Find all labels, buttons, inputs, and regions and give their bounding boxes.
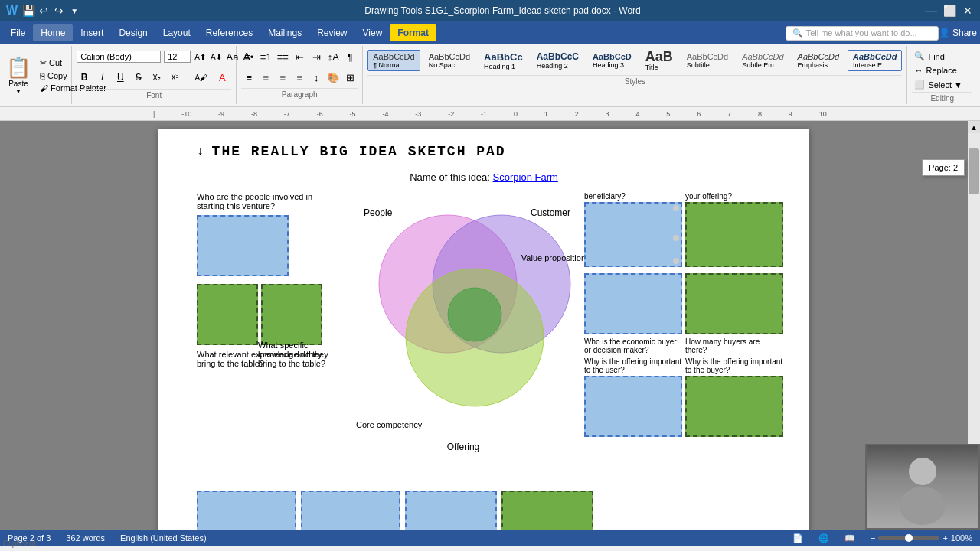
scroll-thumb[interactable] bbox=[969, 148, 979, 194]
text-highlight-btn[interactable]: A🖌 bbox=[192, 68, 211, 86]
zoom-out-btn[interactable]: − bbox=[871, 533, 875, 543]
menu-home[interactable]: Home bbox=[33, 24, 73, 41]
style-normal-btn[interactable]: AaBbCcDd ¶ Normal bbox=[368, 50, 420, 71]
justify-btn[interactable]: ≡ bbox=[292, 68, 307, 86]
right-q4-label: How many buyers are there? bbox=[685, 337, 783, 354]
zoom-handle[interactable] bbox=[905, 534, 913, 542]
right-q2-area: your offering? bbox=[685, 192, 783, 267]
borders-btn[interactable]: ⊞ bbox=[342, 68, 358, 86]
maximize-btn[interactable]: ⬜ bbox=[943, 5, 956, 17]
bottom-section: Do you have any core differentiating com… bbox=[197, 491, 771, 530]
font-size-input[interactable] bbox=[164, 51, 191, 63]
bottom-col-1: Do you have any core differentiating com… bbox=[197, 491, 296, 530]
style-title-btn[interactable]: AaB Title bbox=[640, 47, 678, 73]
paste-arrow[interactable]: ▼ bbox=[6, 88, 31, 95]
text-effects-btn[interactable]: A bbox=[242, 47, 250, 66]
menu-insert[interactable]: Insert bbox=[73, 24, 111, 41]
clear-format-btn[interactable]: Aa bbox=[226, 47, 240, 66]
replace-btn[interactable]: ↔ Replace bbox=[912, 65, 959, 76]
title-arrow-icon: ↓ bbox=[197, 145, 206, 158]
style-intenseemph-btn[interactable]: AaBbCcDd Intense E... bbox=[848, 50, 902, 71]
ruler: |-10-9-8-7-6-5-4-3-2-1012345678910 bbox=[0, 107, 980, 121]
page-scroll-area[interactable]: ↓ THE REALLY BIG IDEA SKETCH PAD Name of… bbox=[0, 121, 968, 530]
menu-design[interactable]: Design bbox=[111, 24, 155, 41]
menu-view[interactable]: View bbox=[355, 24, 390, 41]
undo-icon[interactable]: ↩ bbox=[38, 5, 50, 17]
decrease-font-btn[interactable]: A⬇ bbox=[210, 47, 223, 66]
view-print-icon[interactable]: 📄 bbox=[792, 533, 803, 543]
align-right-btn[interactable]: ≡ bbox=[275, 68, 290, 86]
menu-file[interactable]: File bbox=[3, 24, 33, 41]
share-btn[interactable]: 👤 Share bbox=[939, 28, 977, 38]
multilevel-list-btn[interactable]: ≡≡ bbox=[275, 47, 290, 66]
shading-btn[interactable]: 🎨 bbox=[325, 68, 341, 86]
style-h3-btn[interactable]: AaBbCcD Heading 3 bbox=[587, 50, 637, 71]
decrease-indent-btn[interactable]: ⇤ bbox=[292, 47, 307, 66]
style-nospace-btn[interactable]: AaBbCcDd No Spac... bbox=[423, 50, 475, 71]
close-btn[interactable]: ✕ bbox=[962, 5, 974, 17]
webcam-overlay bbox=[865, 444, 980, 530]
style-h2-btn[interactable]: AaBbCcC Heading 2 bbox=[531, 49, 584, 72]
window-title: Drawing Tools S1G1_Scorpion Farm_Idead s… bbox=[80, 5, 925, 16]
increase-indent-btn[interactable]: ⇥ bbox=[309, 47, 324, 66]
right-q5-area: Why is the offering important to the use… bbox=[584, 357, 682, 437]
right-box-3 bbox=[584, 273, 682, 334]
strikethrough-btn[interactable]: S̶ bbox=[131, 70, 146, 85]
redo-icon[interactable]: ↪ bbox=[53, 5, 65, 17]
menu-format[interactable]: Format bbox=[390, 24, 436, 41]
menu-references[interactable]: References bbox=[198, 24, 260, 41]
underline-btn[interactable]: U bbox=[113, 70, 129, 85]
sort-btn[interactable]: ↕A bbox=[325, 47, 341, 66]
menu-layout[interactable]: Layout bbox=[155, 24, 198, 41]
find-btn[interactable]: 🔍 Find bbox=[912, 51, 946, 62]
zoom-slider[interactable]: − + 100% bbox=[871, 533, 972, 543]
styles-group: AaBbCcDd ¶ Normal AaBbCcDd No Spac... Aa… bbox=[363, 46, 907, 104]
title-left: W 💾 ↩ ↪ ▼ bbox=[6, 4, 80, 18]
user-area: 👤 Share bbox=[939, 28, 977, 38]
zoom-track[interactable] bbox=[878, 536, 939, 540]
save-icon[interactable]: 💾 bbox=[22, 5, 34, 17]
numbering-btn[interactable]: ≡1 bbox=[258, 47, 273, 66]
select-btn[interactable]: ⬜ Select ▼ bbox=[912, 79, 965, 90]
view-web-icon[interactable]: 🌐 bbox=[818, 533, 829, 543]
right-q3-label: Who is the economic buyer or decision ma… bbox=[584, 337, 682, 354]
page-indicator: Page: 2 bbox=[922, 159, 965, 176]
idea-name-value: Scorpion Farm bbox=[493, 171, 558, 183]
handle-br bbox=[673, 258, 679, 264]
venn-core-label: Core competency bbox=[356, 420, 422, 429]
scroll-up-btn[interactable]: ▲ bbox=[968, 121, 980, 133]
show-formatting-btn[interactable]: ¶ bbox=[342, 47, 358, 66]
menu-mailings[interactable]: Mailings bbox=[260, 24, 309, 41]
find-icon: 🔍 bbox=[914, 51, 925, 61]
minimize-btn[interactable]: — bbox=[925, 5, 937, 17]
subscript-btn[interactable]: X₂ bbox=[149, 70, 165, 85]
zoom-in-btn[interactable]: + bbox=[942, 533, 947, 543]
font-name-input[interactable] bbox=[77, 51, 161, 63]
align-center-btn[interactable]: ≡ bbox=[258, 68, 273, 86]
bold-btn[interactable]: B bbox=[77, 70, 92, 85]
view-read-icon[interactable]: 📖 bbox=[844, 533, 855, 543]
tell-me-search[interactable]: 🔍 Tell me what you want to do... bbox=[786, 26, 939, 41]
question-knowledge: What specific knowledge do they bring to… bbox=[258, 341, 342, 368]
increase-font-btn[interactable]: A⬆ bbox=[194, 47, 207, 66]
select-icon: ⬜ bbox=[914, 80, 925, 90]
ribbon: 📋 Paste ▼ ✂ Cut ⎘ Copy 🖌 Format Painter … bbox=[0, 44, 980, 107]
right-q6-label: Why is the offering important to the buy… bbox=[685, 357, 783, 374]
right-q4-area: How many buyers are there? bbox=[685, 337, 783, 356]
window-controls: — ⬜ ✕ bbox=[925, 5, 974, 17]
style-subtitle-btn[interactable]: AaBbCcDd Subtitle bbox=[681, 50, 733, 71]
venn-value-prop-label: Value proposition bbox=[521, 253, 586, 262]
style-subtleemph-btn[interactable]: AaBbCcDd Subtle Em... bbox=[737, 50, 789, 71]
italic-btn[interactable]: I bbox=[95, 70, 110, 85]
superscript-btn[interactable]: X² bbox=[167, 70, 182, 85]
menu-review[interactable]: Review bbox=[309, 24, 354, 41]
style-h1-btn[interactable]: AaBbCc Heading 1 bbox=[479, 49, 528, 73]
customize-icon[interactable]: ▼ bbox=[68, 5, 80, 17]
right-box-6 bbox=[685, 376, 783, 437]
font-color-btn[interactable]: A bbox=[214, 68, 232, 86]
align-left-btn[interactable]: ≡ bbox=[241, 68, 256, 86]
line-spacing-btn[interactable]: ↕ bbox=[309, 68, 324, 86]
style-emphasis-btn[interactable]: AaBbCcDd Emphasis bbox=[792, 50, 844, 71]
handle-tr bbox=[673, 205, 679, 211]
paste-btn[interactable]: 📋 Paste ▼ bbox=[6, 56, 31, 95]
